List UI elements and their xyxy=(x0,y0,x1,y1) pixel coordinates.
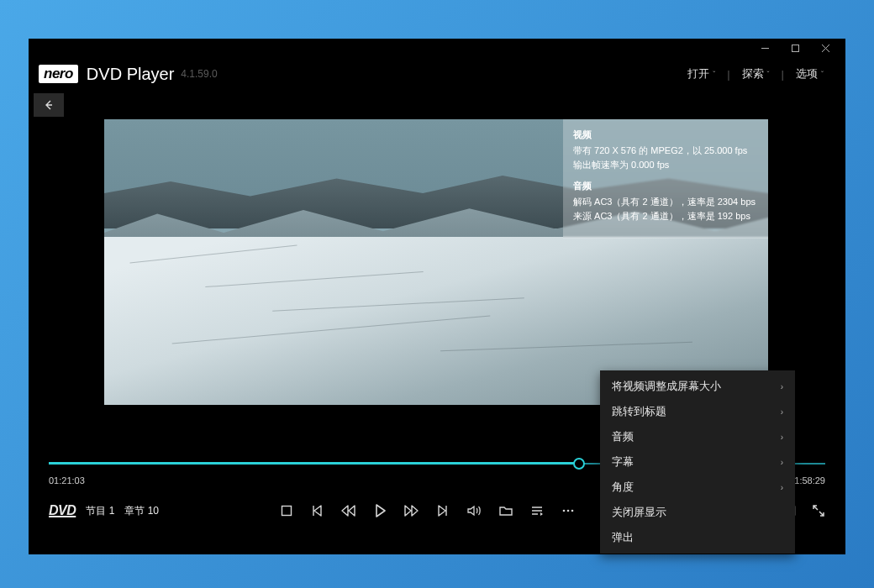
info-video-line: 带有 720 X 576 的 MPEG2，以 25.000 fps xyxy=(573,144,758,158)
chevron-right-icon: › xyxy=(781,433,783,442)
play-button[interactable] xyxy=(372,503,387,518)
back-button[interactable] xyxy=(34,93,64,117)
chevron-right-icon: › xyxy=(781,407,783,417)
svg-rect-1 xyxy=(282,507,291,516)
info-overlay: 视频 带有 720 X 576 的 MPEG2，以 25.000 fps 输出帧… xyxy=(563,119,768,239)
window-titlebar xyxy=(29,39,845,57)
chevron-right-icon: › xyxy=(781,458,783,467)
chevron-right-icon: › xyxy=(781,483,783,492)
menu-open-label: 打开 xyxy=(687,66,709,81)
menu-explore-label: 探索 xyxy=(742,66,764,81)
ctx-label: 弹出 xyxy=(612,531,634,545)
seek-knob[interactable] xyxy=(573,458,585,470)
ctx-item-angle[interactable]: 角度› xyxy=(600,475,795,500)
volume-button[interactable] xyxy=(466,504,482,517)
svg-point-4 xyxy=(571,510,573,512)
prev-button[interactable] xyxy=(310,504,324,517)
more-button[interactable] xyxy=(561,504,576,517)
ctx-item-close-osd[interactable]: 关闭屏显示 xyxy=(600,500,795,525)
close-button[interactable] xyxy=(810,39,840,57)
stop-button[interactable] xyxy=(280,504,293,517)
maximize-button[interactable] xyxy=(780,39,810,57)
forward-button[interactable] xyxy=(404,504,419,517)
chevron-down-icon: ˇ xyxy=(821,70,824,78)
ctx-item-audio[interactable]: 音频› xyxy=(600,424,795,449)
ctx-label: 角度 xyxy=(612,480,634,495)
video-frame: 视频 带有 720 X 576 的 MPEG2，以 25.000 fps 输出帧… xyxy=(104,119,768,405)
context-menu: 将视频调整成屏幕大小› 跳转到标题› 音频› 字幕› 角度› 关闭屏显示 弹出 xyxy=(600,370,795,554)
nav-row xyxy=(29,91,845,119)
info-audio-line: 解码 AC3（具有 2 通道），速率是 2304 bps xyxy=(573,195,758,209)
svg-point-2 xyxy=(562,510,565,512)
disc-status: DVD 节目 1 章节 10 xyxy=(49,503,159,518)
folder-button[interactable] xyxy=(498,504,513,517)
app-header: nero DVD Player 4.1.59.0 打开ˇ | 探索ˇ | 选项ˇ xyxy=(29,57,845,91)
header-menu: 打开ˇ | 探索ˇ | 选项ˇ xyxy=(676,66,835,81)
chevron-down-icon: ˇ xyxy=(767,70,770,78)
ctx-label: 字幕 xyxy=(612,455,634,470)
menu-explore[interactable]: 探索ˇ xyxy=(730,66,782,81)
ctx-item-subtitle[interactable]: 字幕› xyxy=(600,449,795,475)
app-version: 4.1.59.0 xyxy=(181,68,217,80)
time-current: 01:21:03 xyxy=(49,475,85,486)
arrow-left-icon xyxy=(42,98,55,112)
ctx-item-jump-title[interactable]: 跳转到标题› xyxy=(600,399,795,424)
rewind-button[interactable] xyxy=(340,504,355,517)
fullscreen-button[interactable] xyxy=(812,504,825,517)
info-audio-header: 音频 xyxy=(573,179,758,193)
menu-options-label: 选项 xyxy=(796,66,818,81)
playlist-button[interactable] xyxy=(530,504,544,517)
chapter-label: 章节 10 xyxy=(124,504,159,518)
seek-progress xyxy=(49,462,579,465)
info-video-line: 输出帧速率为 0.000 fps xyxy=(573,158,758,172)
next-button[interactable] xyxy=(436,504,450,517)
ctx-label: 关闭屏显示 xyxy=(612,506,666,520)
minimize-button[interactable] xyxy=(750,39,780,57)
program-label: 节目 1 xyxy=(86,504,114,518)
chevron-right-icon: › xyxy=(781,382,783,391)
ctx-item-eject[interactable]: 弹出 xyxy=(600,525,795,550)
dvd-logo: DVD xyxy=(49,503,76,518)
info-audio-line: 来源 AC3（具有 2 通道），速率是 192 bps xyxy=(573,209,758,223)
chevron-down-icon: ˇ xyxy=(713,70,715,78)
ctx-label: 音频 xyxy=(612,430,634,444)
ctx-label: 跳转到标题 xyxy=(612,405,666,419)
ctx-label: 将视频调整成屏幕大小 xyxy=(612,380,721,394)
app-window: nero DVD Player 4.1.59.0 打开ˇ | 探索ˇ | 选项ˇ xyxy=(29,39,845,554)
info-video-header: 视频 xyxy=(573,128,758,142)
svg-point-3 xyxy=(566,510,569,512)
ctx-item-fit-screen[interactable]: 将视频调整成屏幕大小› xyxy=(600,374,795,399)
app-title: DVD Player xyxy=(87,65,174,84)
svg-rect-0 xyxy=(792,45,798,51)
menu-options[interactable]: 选项ˇ xyxy=(784,66,835,81)
brand-logo: nero xyxy=(39,65,78,83)
menu-open[interactable]: 打开ˇ xyxy=(676,66,727,81)
